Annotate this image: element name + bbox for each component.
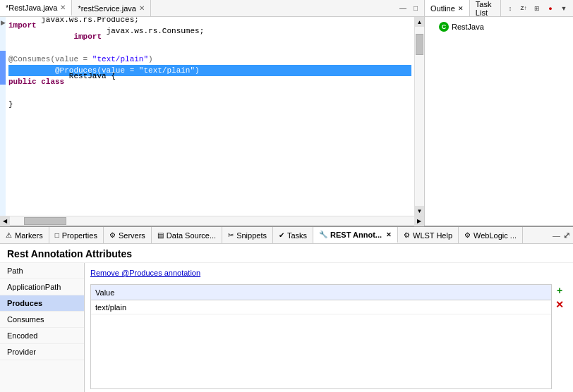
code-line-6: public class RestJava { <box>8 76 411 87</box>
editor-maximize-btn[interactable]: □ <box>410 3 421 14</box>
tab-markers-label: Markers <box>15 231 43 240</box>
editor-content[interactable]: ▶ import javax.ws.rs.Produces; import ja… <box>0 17 424 216</box>
tab-wlst-label: WLST Help <box>413 231 452 240</box>
tab-servers[interactable]: ⚙ Servers <box>104 227 152 243</box>
wlst-icon: ⚙ <box>404 231 410 239</box>
tab-snippets-label: Snippets <box>236 231 267 240</box>
nav-item-encoded[interactable]: Encoded <box>0 328 84 344</box>
nav-item-provider[interactable]: Provider <box>0 344 84 360</box>
tab-restservice-label: *restService.java <box>78 4 136 13</box>
tab-weblogic[interactable]: ⚙ WebLogic ... <box>459 227 523 243</box>
panel-body: Path ApplicationPath Produces Consumes E… <box>0 263 573 392</box>
hscroll-left-btn[interactable]: ◀ <box>0 216 10 226</box>
bottom-tab-bar: ⚠ Markers □ Properties ⚙ Servers ▤ Data … <box>0 227 573 244</box>
tab-tasklist-label: Task List <box>476 0 495 17</box>
tab-rest-annot[interactable]: 🔧 REST Annot... ✕ <box>313 227 398 243</box>
hscroll-track[interactable] <box>10 216 414 226</box>
content-area: Remove @Produces annotation Value text/p… <box>85 263 573 392</box>
gutter-line-2 <box>0 28 6 39</box>
bottom-panel-content: Rest Annotation Attributes Path Applicat… <box>0 244 573 392</box>
remove-annotation-link[interactable]: Remove @Produces annotation <box>90 266 567 280</box>
code-line-8: } <box>8 99 411 110</box>
gutter-line-4 <box>0 51 6 62</box>
tab-snippets[interactable]: ✂ Snippets <box>222 227 273 243</box>
outline-header: Outline ✕ Task List ↕ Z↑ ⊞ ● ▼ <box>425 0 573 17</box>
nav-item-produces[interactable]: Produces <box>0 295 84 312</box>
tab-weblogic-label: WebLogic ... <box>474 231 517 240</box>
gutter-line-3 <box>0 39 6 51</box>
gutter-line-1: ▶ <box>0 17 6 28</box>
tab-restservice-close[interactable]: ✕ <box>139 4 145 12</box>
tab-outline[interactable]: Outline ✕ <box>425 0 470 16</box>
bottom-tab-controls: — ⤢ <box>550 231 573 240</box>
panel-title: Rest Annotation Attributes <box>0 244 573 263</box>
scroll-up-btn[interactable]: ▲ <box>415 17 425 27</box>
outline-item-restjava-label: RestJava <box>452 23 484 31</box>
left-gutter: ▶ <box>0 17 6 216</box>
markers-icon: ⚠ <box>6 231 12 239</box>
add-value-button[interactable]: + <box>553 284 566 297</box>
tab-outline-label: Outline <box>430 4 455 13</box>
tab-tasks-label: Tasks <box>287 231 307 240</box>
tab-restjava[interactable]: *RestJava.java ✕ <box>0 0 72 16</box>
properties-icon: □ <box>55 231 59 239</box>
nav-item-path[interactable]: Path <box>0 263 84 279</box>
servers-icon: ⚙ <box>109 231 116 239</box>
tab-restservice[interactable]: *restService.java ✕ <box>72 0 151 16</box>
tab-properties-label: Properties <box>62 231 97 240</box>
outline-tree: C RestJava <box>425 17 573 226</box>
remove-value-button[interactable]: ✕ <box>553 298 566 311</box>
tab-rest-annot-label: REST Annot... <box>330 231 382 239</box>
tab-tasklist[interactable]: Task List <box>470 0 501 16</box>
scroll-thumb[interactable] <box>416 34 423 55</box>
tasks-icon: ✔ <box>279 231 284 239</box>
bottom-minimize-btn[interactable]: — <box>553 231 560 240</box>
rest-annot-icon: 🔧 <box>319 231 327 238</box>
table-row[interactable]: text/plain <box>91 300 551 314</box>
nav-item-apppath[interactable]: ApplicationPath <box>0 279 84 295</box>
outline-btn-alpha[interactable]: Z↑ <box>517 2 530 15</box>
tab-restjava-close[interactable]: ✕ <box>60 4 66 11</box>
tab-properties[interactable]: □ Properties <box>49 227 104 243</box>
bottom-area: ⚠ Markers □ Properties ⚙ Servers ▤ Data … <box>0 226 573 392</box>
code-editor[interactable]: import javax.ws.rs.Produces; import java… <box>6 17 414 216</box>
gutter-line-7 <box>0 85 6 96</box>
outline-controls: ↕ Z↑ ⊞ ● ▼ <box>501 1 573 16</box>
tab-markers[interactable]: ⚠ Markers <box>0 227 49 243</box>
value-table: Value text/plain <box>90 284 552 389</box>
gutter-line-8 <box>0 96 6 107</box>
editor-vscrollbar[interactable]: ▲ ▼ <box>414 17 424 216</box>
value-table-header: Value <box>91 285 551 300</box>
editor-tab-bar: *RestJava.java ✕ *restService.java ✕ — □ <box>0 0 424 17</box>
weblogic-icon: ⚙ <box>464 231 471 239</box>
class-icon: C <box>439 22 449 32</box>
scroll-down-btn[interactable]: ▼ <box>415 206 425 216</box>
nav-item-consumes[interactable]: Consumes <box>0 312 84 328</box>
outline-btn-fields[interactable]: ⊞ <box>531 2 543 15</box>
tab-tasks[interactable]: ✔ Tasks <box>273 227 313 243</box>
tab-rest-annot-close[interactable]: ✕ <box>386 231 392 238</box>
tab-datasource[interactable]: ▤ Data Source... <box>152 227 222 243</box>
tab-restjava-label: *RestJava.java <box>6 4 57 12</box>
tab-servers-label: Servers <box>119 231 145 240</box>
hscroll-thumb[interactable] <box>24 217 66 225</box>
outline-btn-down[interactable]: ▼ <box>557 2 570 15</box>
editor-hscrollbar[interactable]: ◀ ▶ <box>0 216 424 226</box>
tab-wlst[interactable]: ⚙ WLST Help <box>398 227 459 243</box>
tab-outline-close[interactable]: ✕ <box>458 5 464 12</box>
editor-panel: *RestJava.java ✕ *restService.java ✕ — □… <box>0 0 425 226</box>
gutter-line-6 <box>0 73 6 85</box>
scroll-track[interactable] <box>415 27 424 206</box>
outline-item-restjava[interactable]: C RestJava <box>428 20 570 34</box>
outline-btn-dot[interactable]: ● <box>544 2 557 15</box>
gutter-line-5 <box>0 62 6 73</box>
editor-minimize-btn[interactable]: — <box>397 3 409 14</box>
tab-datasource-label: Data Source... <box>167 231 216 240</box>
outline-btn-sort[interactable]: ↕ <box>504 2 517 15</box>
bottom-maximize-btn[interactable]: ⤢ <box>563 231 570 240</box>
table-action-buttons: + ✕ <box>552 281 567 389</box>
code-line-2: import javax.ws.rs.Consumes; <box>8 31 411 42</box>
datasource-icon: ▤ <box>157 231 164 239</box>
hscroll-right-btn[interactable]: ▶ <box>414 216 424 226</box>
nav-list: Path ApplicationPath Produces Consumes E… <box>0 263 85 392</box>
